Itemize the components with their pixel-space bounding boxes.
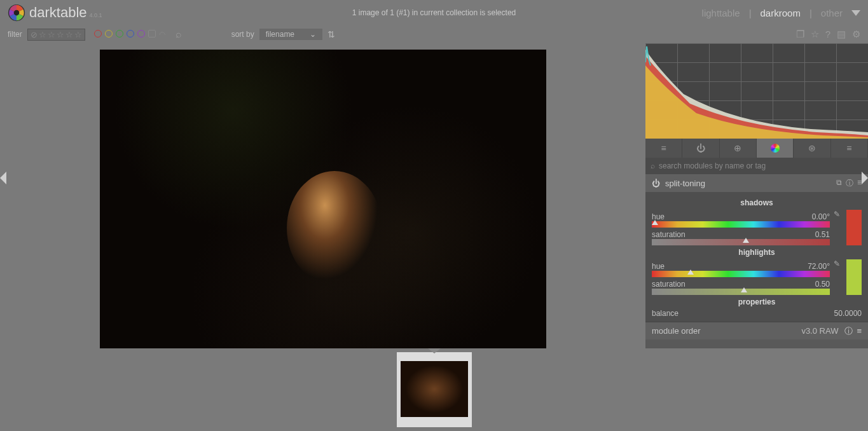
module-search[interactable]: ⌕ search modules by name or tag — [645, 158, 868, 174]
star-icon[interactable]: ☆ — [65, 30, 73, 39]
sort-label: sort by — [231, 30, 254, 39]
image-preview[interactable] — [100, 50, 546, 353]
tab-quick[interactable]: ≡ — [645, 139, 682, 158]
color-label-green[interactable] — [116, 30, 123, 38]
tab-effect[interactable]: ≡ — [831, 139, 868, 158]
reset-icon[interactable]: ⓘ — [844, 325, 853, 337]
balance-value: 50.0000 — [834, 309, 862, 318]
shadows-hue-value: 0.00° — [812, 212, 830, 221]
status-text: 1 image of 1 (#1) in current collection … — [352, 8, 516, 17]
star-icon[interactable]: ☆ — [57, 30, 64, 39]
highlights-sat-value: 0.50 — [815, 280, 830, 289]
search-icon: ⌕ — [651, 161, 655, 170]
balance-label: balance — [652, 309, 679, 318]
tab-base[interactable]: ⊕ — [720, 139, 757, 158]
highlights-sat-label: saturation — [652, 280, 685, 289]
shadows-hue-slider[interactable] — [652, 221, 830, 228]
nav-sep: | — [749, 8, 752, 18]
star-filter[interactable]: ⊘ ☆ ☆ ☆ ☆ ☆ — [27, 29, 85, 41]
filmstrip — [0, 348, 868, 431]
thumbnail[interactable] — [397, 352, 472, 427]
highlights-color-swatch[interactable] — [846, 259, 862, 295]
shadows-sat-label: saturation — [652, 230, 685, 239]
color-wheel-icon — [771, 144, 780, 153]
nav-other[interactable]: other — [821, 8, 843, 18]
module-search-placeholder: search modules by name or tag — [659, 161, 766, 170]
color-picker-icon[interactable]: ✎ — [834, 210, 843, 245]
filter-toolbar: filter ⊘ ☆ ☆ ☆ ☆ ☆ ◠ ⌕ sort by filename … — [0, 25, 868, 43]
highlights-hue-label: hue — [652, 262, 665, 271]
right-panel: ≡ ⏻ ⊕ ⊛ ≡ ⌕ search modules by name or ta… — [645, 43, 868, 348]
current-image-indicator-icon — [428, 348, 441, 353]
tab-color[interactable] — [757, 139, 794, 158]
color-label-blue[interactable] — [127, 30, 134, 38]
chevron-down-icon: ⌄ — [310, 30, 316, 39]
shadows-section-title: shadows — [652, 198, 862, 207]
module-split-toning-body: shadows hue0.00° saturation0.51 ✎ highli… — [645, 192, 868, 322]
reject-icon[interactable]: ⊘ — [31, 30, 38, 39]
shadows-color-swatch[interactable] — [846, 210, 862, 245]
sort-dropdown[interactable]: filename ⌄ — [259, 29, 322, 40]
color-label-arc-icon[interactable]: ◠ — [159, 30, 165, 39]
star-icon[interactable]: ☆ — [48, 30, 55, 39]
module-title: split-toning — [665, 179, 705, 188]
sort-direction-icon[interactable]: ⇅ — [327, 29, 335, 39]
collapse-right-panel-icon[interactable] — [862, 172, 868, 184]
reset-icon[interactable]: ⓘ — [846, 178, 853, 189]
highlights-hue-value: 72.00° — [808, 262, 830, 271]
preset-menu-icon[interactable]: ≡ — [857, 326, 862, 336]
color-label-filters: ◠ — [94, 30, 165, 39]
color-picker-icon[interactable]: ✎ — [834, 259, 843, 295]
view-switcher: lighttable | darkroom | other — [702, 8, 860, 18]
shadows-sat-slider[interactable] — [652, 239, 830, 245]
svg-point-1 — [14, 10, 20, 16]
presets-icon[interactable]: ▤ — [837, 29, 846, 40]
sort-value: filename — [266, 30, 294, 39]
color-label-purple[interactable] — [137, 30, 145, 38]
thumbnail-image — [401, 361, 468, 417]
power-icon[interactable]: ⏻ — [652, 179, 660, 188]
app-logo-icon — [8, 4, 25, 22]
nav-sep: | — [809, 8, 812, 18]
star-toggle-icon[interactable]: ☆ — [811, 29, 819, 40]
highlights-hue-slider[interactable] — [652, 271, 830, 277]
color-label-gray[interactable] — [148, 30, 156, 38]
star-icon[interactable]: ☆ — [39, 30, 46, 39]
properties-section-title: properties — [652, 298, 862, 306]
settings-icon[interactable]: ⚙ — [852, 29, 860, 40]
nav-darkroom[interactable]: darkroom — [761, 8, 801, 18]
app-title: darktable — [29, 4, 87, 21]
search-icon[interactable]: ⌕ — [176, 29, 182, 40]
highlights-section-title: highlights — [652, 248, 862, 257]
dropdown-icon[interactable] — [851, 10, 860, 16]
image-canvas-area — [0, 43, 645, 348]
module-order-label: module order — [652, 326, 701, 336]
module-order-header[interactable]: module order v3.0 RAW ⓘ ≡ — [645, 322, 868, 339]
module-group-tabs: ≡ ⏻ ⊕ ⊛ ≡ — [645, 139, 868, 158]
overlay-icon[interactable]: ❐ — [796, 29, 804, 40]
histogram[interactable] — [645, 43, 868, 139]
shadows-sat-value: 0.51 — [815, 230, 830, 239]
tab-active[interactable]: ⏻ — [682, 139, 719, 158]
color-label-red[interactable] — [94, 30, 102, 38]
nav-lighttable[interactable]: lighttable — [702, 8, 740, 18]
tab-correct[interactable]: ⊛ — [794, 139, 830, 158]
preset-menu-icon[interactable]: ≡ — [857, 178, 862, 189]
star-icon[interactable]: ☆ — [74, 30, 82, 39]
highlights-sat-slider[interactable] — [652, 289, 830, 295]
filter-label: filter — [8, 30, 22, 39]
app-version: 4.0.1 — [90, 12, 102, 18]
instance-icon[interactable]: ⧉ — [836, 178, 842, 189]
help-icon[interactable]: ? — [825, 29, 830, 40]
module-split-toning-header[interactable]: ⏻ split-toning ⧉ ⓘ ≡ — [645, 174, 868, 192]
color-label-yellow[interactable] — [105, 30, 113, 38]
top-bar: darktable 4.0.1 1 image of 1 (#1) in cur… — [0, 0, 868, 25]
module-order-value: v3.0 RAW — [801, 326, 838, 336]
